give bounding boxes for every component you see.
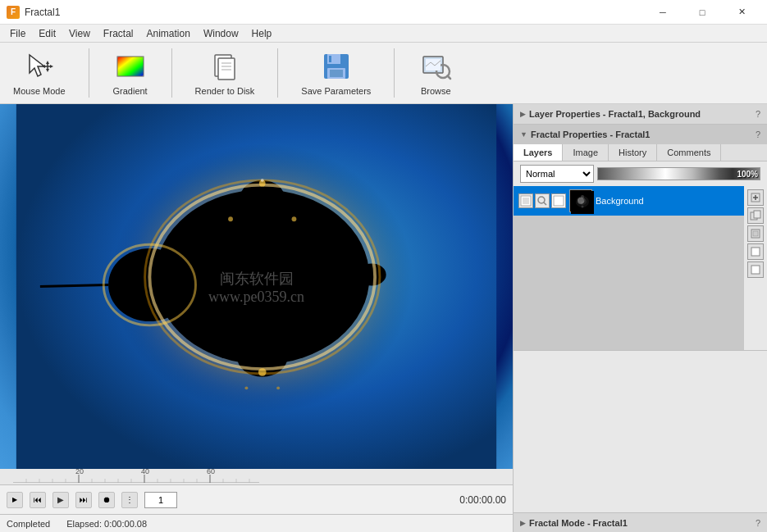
svg-line-33 xyxy=(40,285,108,287)
menu-window[interactable]: Window xyxy=(197,26,245,41)
menu-fractal[interactable]: Fractal xyxy=(97,26,140,41)
fractal-mode-title: Fractal Mode - Fractal1 xyxy=(529,518,628,528)
fractal-properties-help[interactable]: ? xyxy=(756,130,760,139)
status-completed: Completed xyxy=(7,519,50,529)
minimize-button[interactable]: ─ xyxy=(644,0,682,25)
add-layer-button[interactable] xyxy=(747,189,764,206)
opacity-percentage: 100% xyxy=(737,168,758,181)
tab-image[interactable]: Image xyxy=(563,144,609,161)
layer-side-buttons xyxy=(744,186,767,350)
tab-layers[interactable]: Layers xyxy=(514,144,563,161)
svg-rect-16 xyxy=(329,56,331,62)
fractal-properties-arrow: ▼ xyxy=(520,130,527,139)
svg-point-87 xyxy=(576,201,581,205)
tab-comments[interactable]: Comments xyxy=(657,144,721,161)
svg-text:20: 20 xyxy=(75,469,84,475)
svg-marker-0 xyxy=(30,55,44,76)
render-to-disk-button[interactable]: Render to Disk xyxy=(189,47,262,99)
toolbar: Mouse Mode Gradient xyxy=(0,43,767,104)
fractal-canvas[interactable]: 闽东软件园 www.pe0359.cn xyxy=(0,104,513,469)
svg-text:40: 40 xyxy=(141,469,149,475)
svg-marker-3 xyxy=(46,61,49,64)
checkbox-button-1[interactable] xyxy=(747,243,764,260)
layer-name-background: Background xyxy=(596,196,739,206)
menu-file[interactable]: File xyxy=(3,26,32,41)
blend-mode-select[interactable]: Normal Multiply Screen xyxy=(520,165,594,183)
fractal-properties-title: Fractal Properties - Fractal1 xyxy=(531,130,651,139)
svg-rect-10 xyxy=(218,58,235,80)
browse-label: Browse xyxy=(421,86,451,96)
title-bar: F Fractal1 ─ □ ✕ xyxy=(0,0,767,25)
ruler-svg: 20 40 60 80 100 xyxy=(13,469,259,483)
save-parameters-button[interactable]: Save Parameters xyxy=(294,47,377,99)
gradient-label: Gradient xyxy=(112,86,147,96)
svg-text:60: 60 xyxy=(207,469,215,475)
menu-animation[interactable]: Animation xyxy=(140,26,197,41)
layer-properties-header[interactable]: ▶ Layer Properties - Fractal1, Backgroun… xyxy=(514,104,767,124)
svg-rect-7 xyxy=(117,57,144,76)
svg-point-86 xyxy=(578,198,587,205)
panel-spacer xyxy=(514,351,767,512)
go-to-end-button[interactable]: ⏭ xyxy=(75,492,92,508)
fractal-mode-bar: ▶ Fractal Mode - Fractal1 ? xyxy=(514,512,767,532)
svg-marker-6 xyxy=(50,65,53,68)
menu-view[interactable]: View xyxy=(62,26,97,41)
duplicate-layer-button[interactable] xyxy=(747,207,764,224)
keyframe-button[interactable]: ⋮ xyxy=(121,492,138,508)
tab-history[interactable]: History xyxy=(609,144,657,161)
timeline-controls: ▶ ⏮ ▶ ⏭ ⏺ ⋮ 1 0:00:00.00 xyxy=(0,485,513,514)
svg-rect-18 xyxy=(330,70,343,77)
close-button[interactable]: ✕ xyxy=(723,0,760,25)
toolbar-separator-3 xyxy=(277,48,278,98)
svg-rect-83 xyxy=(554,196,564,206)
status-elapsed: Elapsed: 0:00:00.08 xyxy=(66,519,147,529)
layer-icon-group xyxy=(518,193,566,208)
left-content: 闽东软件园 www.pe0359.cn 20 40 xyxy=(0,104,513,532)
svg-line-21 xyxy=(448,76,451,80)
maximize-button[interactable]: □ xyxy=(683,0,721,25)
layer-action-button[interactable] xyxy=(747,225,764,242)
svg-point-39 xyxy=(292,216,297,221)
menu-edit[interactable]: Edit xyxy=(32,26,62,41)
position-marker[interactable]: ▶ xyxy=(7,492,23,508)
elapsed-time: 0:00:00.00 xyxy=(441,494,506,506)
mouse-mode-label: Mouse Mode xyxy=(13,86,66,96)
svg-point-81 xyxy=(538,197,545,203)
mouse-mode-button[interactable]: Mouse Mode xyxy=(7,47,72,99)
layer-properties-title: Layer Properties - Fractal1, Background xyxy=(529,109,701,119)
go-to-start-button[interactable]: ⏮ xyxy=(30,492,46,508)
layer-properties-help[interactable]: ? xyxy=(756,109,760,119)
save-parameters-icon xyxy=(320,50,353,83)
window-title: Fractal1 xyxy=(25,7,60,18)
browse-button[interactable]: Browse xyxy=(411,47,460,99)
svg-rect-98 xyxy=(751,248,760,256)
svg-point-32 xyxy=(358,263,386,285)
gradient-button[interactable]: Gradient xyxy=(106,47,155,99)
layer-checkbox[interactable] xyxy=(551,193,566,208)
render-to-disk-icon xyxy=(208,50,241,83)
frame-input[interactable]: 1 xyxy=(144,492,177,508)
fractal-properties-header[interactable]: ▼ Fractal Properties - Fractal1 ? xyxy=(514,125,767,144)
layer-visibility-icon[interactable] xyxy=(518,193,533,208)
toolbar-separator-2 xyxy=(171,48,172,98)
layer-zoom-icon[interactable] xyxy=(535,193,550,208)
checkbox-button-2[interactable] xyxy=(747,261,764,278)
layer-panel-content: Background xyxy=(514,186,767,350)
record-button[interactable]: ⏺ xyxy=(98,492,115,508)
opacity-bar[interactable]: 100% xyxy=(597,167,760,180)
browse-icon xyxy=(419,50,452,83)
menu-help[interactable]: Help xyxy=(245,26,279,41)
window-controls: ─ □ ✕ xyxy=(644,0,760,25)
mouse-mode-icon xyxy=(23,50,56,83)
svg-rect-84 xyxy=(571,191,594,214)
svg-rect-97 xyxy=(753,231,758,236)
fractal-mode-help[interactable]: ? xyxy=(756,518,760,528)
svg-rect-99 xyxy=(751,266,760,274)
layer-list: Background xyxy=(514,186,744,350)
layer-row-background[interactable]: Background xyxy=(514,186,744,216)
fractal-svg xyxy=(0,104,513,469)
status-bar: Completed Elapsed: 0:00:00.08 xyxy=(0,514,513,532)
svg-point-40 xyxy=(228,216,233,221)
fractal-properties-tabs: Layers Image History Comments xyxy=(514,144,767,161)
play-button[interactable]: ▶ xyxy=(53,492,69,508)
